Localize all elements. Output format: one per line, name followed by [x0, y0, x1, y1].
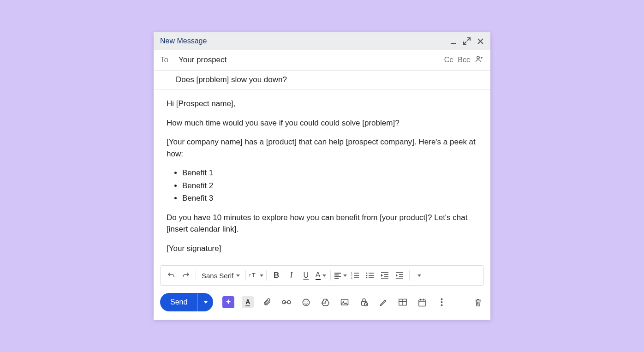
- to-value[interactable]: Your prospect: [179, 55, 444, 65]
- svg-point-7: [366, 273, 368, 274]
- discard-draft-icon[interactable]: [472, 296, 484, 308]
- bullet-list-icon[interactable]: [363, 268, 377, 282]
- text-color-icon[interactable]: A: [242, 296, 254, 308]
- body-signature: [Your signature]: [167, 243, 477, 255]
- send-button-group: Send: [160, 293, 213, 311]
- list-item: Benefit 1: [182, 167, 477, 179]
- svg-text:3: 3: [351, 276, 352, 279]
- chevron-down-icon: [236, 274, 240, 277]
- svg-point-14: [307, 301, 308, 302]
- chevron-down-icon: [343, 274, 347, 277]
- font-family-label: Sans Serif: [202, 272, 233, 280]
- chevron-down-icon: [417, 274, 421, 277]
- body-greeting: Hi [Prospect name],: [167, 98, 477, 110]
- insert-drive-icon[interactable]: [319, 296, 331, 308]
- align-button[interactable]: [334, 268, 347, 282]
- svg-text:T: T: [249, 274, 251, 278]
- window-title: New Message: [160, 37, 207, 45]
- font-family-dropdown[interactable]: Sans Serif: [199, 272, 243, 280]
- indent-more-icon[interactable]: [393, 268, 406, 282]
- chevron-down-icon: [322, 274, 326, 277]
- minimize-icon[interactable]: [450, 38, 457, 44]
- svg-point-23: [441, 301, 442, 303]
- confidential-mode-icon[interactable]: [358, 296, 370, 308]
- email-body[interactable]: Hi [Prospect name], How much time would …: [154, 89, 490, 265]
- more-formatting-icon[interactable]: [412, 268, 426, 282]
- numbered-list-icon[interactable]: 123: [348, 268, 362, 282]
- subject-value[interactable]: Does [problem] slow you down?: [176, 75, 287, 84]
- send-options-dropdown[interactable]: [197, 293, 213, 311]
- svg-point-24: [441, 304, 442, 306]
- indent-less-icon[interactable]: [378, 268, 392, 282]
- insert-signature-icon[interactable]: [377, 296, 389, 308]
- svg-point-12: [303, 299, 309, 305]
- text-color-button[interactable]: A: [314, 268, 328, 282]
- svg-point-9: [366, 277, 368, 279]
- to-label: To: [160, 55, 179, 65]
- svg-point-13: [304, 301, 305, 302]
- undo-icon[interactable]: [164, 268, 178, 282]
- attach-file-icon[interactable]: [261, 296, 273, 308]
- svg-point-8: [366, 275, 368, 276]
- chevron-down-icon: [260, 274, 263, 277]
- svg-text:T: T: [252, 272, 256, 279]
- body-paragraph-1: How much time would you save if you coul…: [167, 117, 477, 129]
- insert-image-icon[interactable]: [339, 296, 351, 308]
- ai-assist-icon[interactable]: [222, 296, 234, 308]
- subject-row[interactable]: Does [problem] slow you down?: [154, 71, 490, 89]
- compose-window: New Message To Your prospect Cc Bcc: [154, 32, 490, 320]
- list-item: Benefit 3: [182, 192, 477, 204]
- body-paragraph-3: Do you have 10 minutes to explore how yo…: [167, 212, 477, 235]
- insert-emoji-icon[interactable]: [300, 296, 312, 308]
- bottom-bar: Send A: [154, 286, 490, 320]
- titlebar: New Message: [154, 32, 490, 50]
- italic-button[interactable]: I: [284, 268, 298, 282]
- bcc-link[interactable]: Bcc: [458, 56, 470, 64]
- more-options-icon[interactable]: [435, 296, 447, 308]
- font-size-icon[interactable]: TT: [249, 268, 263, 282]
- insert-link-icon[interactable]: [280, 296, 292, 308]
- bottom-icons: A: [222, 296, 447, 308]
- cc-link[interactable]: Cc: [444, 56, 453, 64]
- svg-point-22: [441, 298, 442, 300]
- benefit-list: Benefit 1 Benefit 2 Benefit 3: [182, 167, 477, 204]
- add-recipient-icon[interactable]: [475, 54, 484, 66]
- to-row[interactable]: To Your prospect Cc Bcc: [154, 50, 490, 71]
- titlebar-actions: [450, 37, 484, 45]
- svg-rect-21: [419, 299, 425, 305]
- svg-rect-0: [451, 43, 456, 44]
- list-item: Benefit 2: [182, 180, 477, 192]
- body-paragraph-2: [Your company name] has a [product] that…: [167, 136, 477, 160]
- format-toolbar: Sans Serif TT B I U A 123: [160, 265, 484, 286]
- bold-button[interactable]: B: [269, 268, 283, 282]
- close-icon[interactable]: [477, 38, 484, 45]
- chevron-down-icon: [204, 301, 208, 304]
- schedule-send-icon[interactable]: [416, 296, 428, 308]
- expand-icon[interactable]: [463, 37, 471, 45]
- svg-point-1: [477, 56, 479, 59]
- insert-table-icon[interactable]: [397, 296, 409, 308]
- redo-icon[interactable]: [179, 268, 193, 282]
- underline-button[interactable]: U: [299, 268, 313, 282]
- send-button[interactable]: Send: [160, 293, 197, 311]
